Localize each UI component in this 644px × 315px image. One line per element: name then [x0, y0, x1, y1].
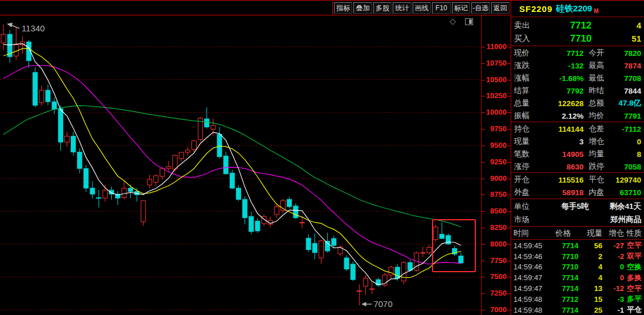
- info-value: 郑州商品: [589, 215, 641, 225]
- candle-body: [274, 207, 279, 215]
- order-book-label: 卖出: [514, 21, 541, 31]
- contract-name: 硅铁2209: [556, 3, 592, 14]
- axis-tick: [482, 63, 485, 64]
- toolbar-buttons: 指标叠加多股统计画线F10标记-自选返回: [332, 1, 511, 15]
- order-book-price: 7710: [541, 33, 592, 45]
- candle-body: [39, 90, 44, 103]
- axis-tick-label: 10250: [484, 91, 507, 100]
- quote-value: -1.68%: [539, 74, 584, 83]
- tape-row: 14:59:4677102-2双平: [511, 251, 644, 262]
- axis-tick: [482, 162, 485, 163]
- quote-row: 涨停8630跌停7058: [511, 160, 644, 173]
- tape-time: 14:59:46: [513, 252, 548, 261]
- tape-time: 14:59:46: [513, 262, 548, 271]
- candle-body: [1, 34, 6, 43]
- candle-body: [421, 253, 425, 253]
- quote-value: 7844: [614, 87, 641, 95]
- tape-volume: 4: [578, 262, 602, 271]
- candle-body: [192, 141, 197, 150]
- contract-code: SF2209: [519, 4, 553, 14]
- info-label: 市场: [514, 215, 539, 225]
- tape-volume: 2: [578, 252, 602, 261]
- split-window-icon[interactable]: [465, 18, 473, 25]
- quote-value: 0: [614, 138, 641, 146]
- separator: [511, 226, 644, 227]
- quote-label: 总额: [589, 98, 614, 108]
- candlestick-chart[interactable]: 113407070: [0, 15, 482, 315]
- quote-label: 跌停: [589, 161, 614, 172]
- order-book-size: 4: [592, 21, 641, 30]
- toolbar-button-8[interactable]: -自选: [471, 2, 490, 14]
- candle-body: [122, 188, 127, 198]
- separator: [511, 239, 644, 240]
- tape-column-header: 性质: [624, 228, 642, 239]
- tape-oi-change: -2: [602, 252, 624, 261]
- axis-tick: [482, 211, 485, 212]
- quote-row: 笔数14905均量8: [511, 148, 644, 160]
- quote-value: 7058: [614, 163, 641, 171]
- quote-label: 增仓: [589, 136, 614, 147]
- toolbar-button-2[interactable]: 叠加: [353, 2, 372, 14]
- ma-line-45: [3, 106, 461, 227]
- toolbar-button-4[interactable]: 统计: [393, 2, 411, 14]
- axis-tick: [482, 129, 485, 130]
- candle-body: [211, 126, 215, 130]
- quote-row: 总量122628总额47.8亿: [511, 97, 644, 110]
- toolbar-button-6[interactable]: F10: [432, 2, 450, 14]
- diamond-icon[interactable]: ◇: [450, 17, 456, 25]
- quote-row: 外盘58918内盘63710: [511, 186, 644, 199]
- candle-body: [78, 152, 82, 168]
- quote-block-price: 现价7712今开7820涨跌-132最高7874涨幅-1.68%最低7708结算…: [511, 47, 644, 122]
- candle-body: [166, 167, 171, 168]
- toolbar-button-5[interactable]: 画线: [413, 2, 431, 14]
- toolbar-button-3[interactable]: 多股: [373, 2, 392, 14]
- axis-tick: [482, 80, 485, 80]
- order-book-row[interactable]: 买入771051: [511, 32, 644, 45]
- quote-block-position: 持仓114144仓差-7112现量3增仓0笔数14905均量8涨停8630跌停7…: [511, 123, 644, 173]
- axis-tick: [482, 146, 485, 146]
- tape-column-header: 价格: [548, 228, 578, 239]
- quote-row: 持仓114144仓差-7112: [511, 123, 644, 135]
- tape-trade-type: 多换: [624, 273, 642, 283]
- axis-tick-label: 8750: [484, 190, 507, 199]
- toolbar-button-9[interactable]: 返回: [491, 2, 510, 14]
- tape-header: 时间价格现量增仓性质: [511, 227, 644, 240]
- tape-price: 7714: [548, 306, 578, 314]
- quote-value: 3: [539, 138, 584, 146]
- quote-value: 115516: [539, 176, 584, 184]
- tape-time: 14:59:47: [513, 284, 548, 293]
- axis-tick: [482, 277, 485, 277]
- quote-value: -132: [539, 62, 584, 70]
- tape-volume: 25: [578, 306, 602, 314]
- candle-body: [249, 216, 254, 232]
- candle-body: [58, 108, 63, 142]
- quote-label: 结算: [514, 86, 539, 96]
- candle-body: [84, 168, 88, 188]
- toolbar-button-7[interactable]: 标记: [452, 2, 470, 14]
- price-axis: 1100010750105001025010000975095009250900…: [482, 15, 511, 315]
- separator: [511, 199, 644, 199]
- quote-value: 7708: [614, 74, 641, 83]
- axis-tick-label: 10750: [484, 59, 507, 67]
- axis-tick-label: 11000: [484, 42, 507, 51]
- quote-row: 振幅2.12%均价7791: [511, 110, 644, 122]
- candle-body: [160, 168, 165, 176]
- tape-time: 14:59:48: [513, 306, 548, 314]
- candle-body: [185, 150, 190, 152]
- chart-corner-icons: ◇: [450, 17, 478, 26]
- contract-info-row: 单位每手5吨剩余41天: [511, 200, 644, 213]
- toolbar-button-1[interactable]: 指标: [334, 2, 352, 14]
- quote-label: 均量: [589, 149, 614, 159]
- quote-value: 58918: [539, 188, 584, 197]
- tape-header-row: 时间价格现量增仓性质: [511, 227, 644, 240]
- candle-body: [357, 291, 361, 292]
- axis-tick-label: 8000: [484, 240, 507, 248]
- candle-body: [90, 188, 95, 194]
- order-book-row[interactable]: 卖出77124: [511, 19, 644, 32]
- quote-label: 今开: [589, 48, 614, 58]
- quote-value: 47.8亿: [614, 98, 641, 108]
- time-and-sales[interactable]: 14:59:45771456-27空平14:59:4677102-2双平14:5…: [511, 240, 644, 315]
- futures-trading-terminal: 指标叠加多股统计画线F10标记-自选返回 SF2209 硅铁2209 M 113…: [0, 0, 644, 315]
- drawn-rectangle-markup: [433, 220, 475, 272]
- low-arrowhead: [361, 302, 366, 306]
